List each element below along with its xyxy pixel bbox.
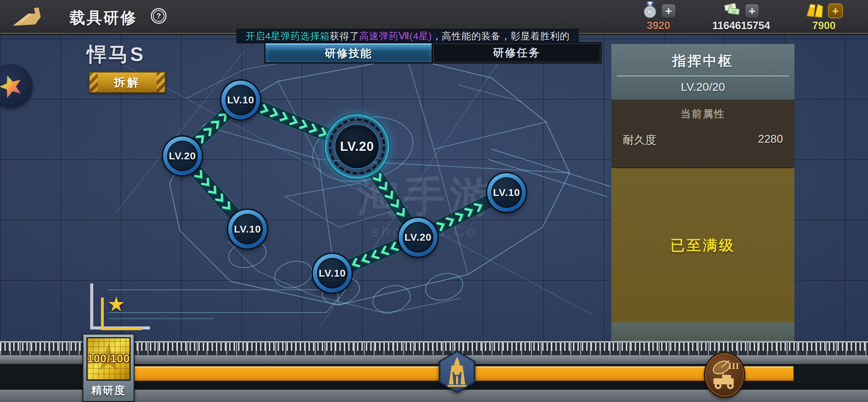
refinement-value: 100/100	[83, 352, 134, 365]
gold-plus-button[interactable]: +	[828, 3, 843, 18]
currency-bar: + 3920 + 1164615754	[628, 1, 854, 33]
attribute-value: 2280	[758, 133, 783, 148]
max-level-label: 已至满级	[670, 236, 735, 255]
rocket-icon	[439, 350, 475, 393]
panel-header: 指挥中枢 LV.20/20	[611, 44, 794, 100]
skill-node-selected[interactable]: LV.20	[325, 114, 389, 179]
help-glyph: ?	[156, 12, 161, 20]
radar-vehicle-badge-button[interactable]: III	[704, 352, 745, 398]
dismantle-label: 拆解	[114, 75, 140, 90]
cash-value: 1164615754	[711, 20, 772, 32]
game-screen: 淘手游 shouyou.Co LV.10LV.20LV.20LV.10LV.10…	[0, 0, 868, 402]
skill-node[interactable]: LV.10	[221, 81, 260, 119]
currency-cash[interactable]: + 1164615754	[711, 1, 772, 33]
tab-bar: 研修技能 研修任务	[264, 42, 602, 64]
page-title: 载具研修	[70, 7, 137, 28]
panel-level: LV.20/20	[611, 80, 794, 94]
skill-node-level: LV.10	[227, 94, 254, 106]
max-level-section: 已至满级	[611, 168, 794, 322]
command-center-panel: 指挥中枢 LV.20/20 当前属性 耐久度 2280 已至满级	[611, 44, 794, 342]
skill-node[interactable]: LV.10	[228, 210, 267, 248]
currency-gold[interactable]: + 7900	[793, 1, 854, 33]
attribute-row: 耐久度 2280	[611, 121, 794, 148]
skill-node-level: LV.10	[319, 267, 346, 279]
skill-node-level: LV.20	[405, 232, 432, 243]
medal-icon	[641, 1, 659, 21]
radar-vehicle-icon	[705, 353, 744, 397]
attributes-section: 当前属性 耐久度 2280	[611, 100, 794, 168]
badge-tier-label: III	[728, 361, 739, 371]
skill-node[interactable]: LV.10	[487, 173, 526, 212]
gold-value: 7900	[793, 20, 854, 32]
banner-segment: 开启4星弹药选择箱	[245, 30, 330, 43]
attributes-title: 当前属性	[611, 100, 794, 121]
rocket-badge-button[interactable]	[439, 350, 475, 393]
panel-divider	[617, 76, 789, 76]
panel-footer	[611, 322, 794, 341]
tab-research-tasks[interactable]: 研修任务	[433, 43, 600, 62]
attribute-label: 耐久度	[623, 133, 656, 148]
cash-plus-button[interactable]: +	[745, 3, 760, 18]
medal-value: 3920	[628, 20, 689, 32]
help-icon[interactable]: ?	[151, 8, 166, 24]
colorful-star-icon	[0, 73, 24, 99]
dismantle-button[interactable]: 拆解	[89, 72, 165, 93]
banner-segment: 高速弹药Ⅶ(4星)	[359, 30, 432, 43]
skill-node[interactable]: LV.10	[313, 254, 352, 293]
skill-node[interactable]: LV.20	[399, 218, 437, 257]
refinement-label: 精研度	[83, 383, 134, 398]
banner-segment: ，高性能的装备，彰显着胜利的	[432, 30, 570, 43]
banner-segment: 获得了	[330, 30, 359, 43]
currency-medal[interactable]: + 3920	[628, 1, 689, 33]
skill-node-level: LV.20	[169, 150, 196, 162]
skill-node-level: LV.20	[340, 139, 374, 154]
skill-node-level: LV.10	[234, 223, 261, 235]
announcement-banner: 开启4星弹药选择箱 获得了 高速弹药Ⅶ(4星) ，高性能的装备，彰显着胜利的	[236, 29, 579, 43]
skill-node-level: LV.10	[493, 187, 520, 198]
medal-plus-button[interactable]: +	[661, 3, 676, 18]
skill-node[interactable]: LV.20	[163, 137, 202, 175]
vehicle-name: 悍马S	[87, 41, 145, 68]
tab-research-skills[interactable]: 研修技能	[265, 43, 432, 62]
back-button[interactable]	[10, 3, 44, 31]
panel-title: 指挥中枢	[611, 44, 794, 70]
cash-icon	[723, 1, 743, 21]
refinement-widget: ★ 100/100 精研度	[82, 334, 135, 402]
gold-bar-icon	[805, 1, 826, 21]
